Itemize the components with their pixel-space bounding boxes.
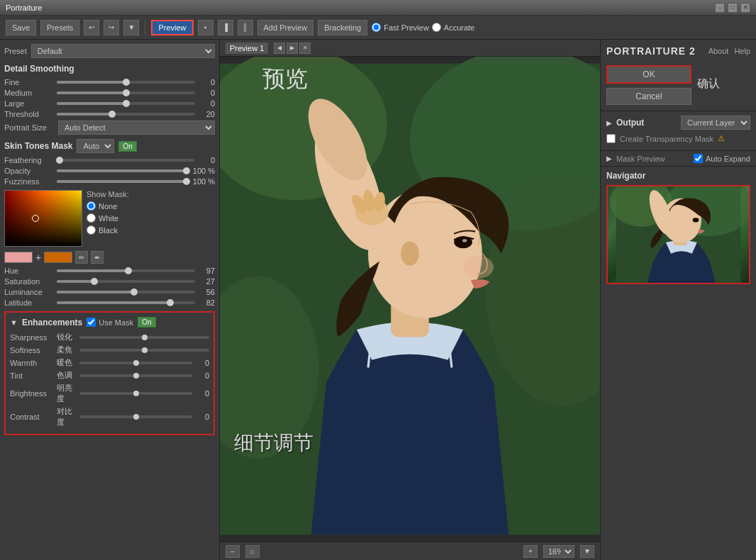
large-slider-track [57,102,195,105]
preview-header: Preview 1 ◀ ▶ ✕ [220,40,600,57]
contrast-slider-thumb[interactable] [133,414,139,420]
svg-point-14 [463,256,494,279]
output-collapse-icon[interactable]: ▶ [606,119,612,127]
auto-expand-check[interactable]: Auto Expand [694,154,750,163]
medium-slider-thumb[interactable] [123,89,130,96]
redo-button[interactable]: ↪ [104,20,119,35]
saturation-slider-track [57,280,195,283]
swatch-pink[interactable] [4,252,33,263]
skin-tones-on-badge[interactable]: On [118,141,136,152]
sharpness-slider-thumb[interactable] [142,335,148,340]
auto-expand-checkbox[interactable] [694,154,703,163]
feathering-slider-thumb[interactable] [56,157,63,164]
output-select[interactable]: Current Layer [681,116,750,130]
about-link[interactable]: About [708,47,729,55]
show-mask-white-row[interactable]: White [87,213,129,223]
close-preview-button[interactable]: ✕ [299,43,311,54]
large-slider-thumb[interactable] [123,100,130,107]
maximize-button[interactable]: □ [728,3,738,13]
bracketing-button[interactable]: Bracketing [318,20,367,35]
brightness-slider-thumb[interactable] [133,391,139,396]
eyedropper-button[interactable]: ✏ [75,251,88,264]
latitude-slider-thumb[interactable] [167,299,174,306]
dropdown-button[interactable]: ▼ [123,20,139,35]
side-by-side-button[interactable]: ▐ [218,20,233,35]
cancel-button[interactable]: Cancel [606,88,691,105]
hue-slider-thumb[interactable] [125,267,132,274]
zoom-in-button[interactable]: + [523,545,538,558]
output-section: ▶ Output Current Layer Create Transparen… [601,111,756,151]
show-mask-black-row[interactable]: Black [87,225,129,235]
minimize-button[interactable]: – [715,3,725,13]
use-mask-label: Use Mask [99,318,133,327]
navigator-thumb[interactable] [606,185,750,284]
help-link[interactable]: Help [734,47,750,55]
split-view-button[interactable]: ▪ [198,20,213,35]
large-slider-fill [57,102,126,105]
preview-button[interactable]: Preview [151,20,193,35]
threshold-value: 20 [198,110,215,118]
zoom-select[interactable]: 16% [543,545,574,558]
output-title: Output [616,118,644,128]
fast-preview-radio[interactable] [372,23,381,32]
add-preview-button[interactable]: Add Preview [257,20,314,35]
left-panel: Preset Default Detail Smoothing Fine 0 M… [0,40,220,560]
undo-button[interactable]: ↩ [84,20,99,35]
create-mask-row: Create Transparency Mask ⚠ [606,134,750,143]
preview-quality-group: Fast Preview Accurate [372,23,474,32]
zoom-out-button[interactable]: – [226,545,240,558]
tint-slider-thumb[interactable] [133,373,139,379]
show-mask-none-row[interactable]: None [87,201,129,211]
navigator-title: Navigator [606,171,750,181]
show-mask-black-radio[interactable] [87,225,96,235]
create-mask-label: Create Transparency Mask [620,135,713,143]
enhancements-section: ▼ Enhancements Use Mask On Sharpness 锐化 … [4,311,215,435]
show-mask-none-radio[interactable] [87,201,96,211]
mask-preview-icon[interactable]: ▶ [606,155,612,162]
ok-button[interactable]: OK [606,65,691,84]
luminance-slider-fill [57,291,134,293]
color-gradient[interactable] [4,190,82,247]
feathering-label: Feathering [4,156,54,164]
color-crosshair [32,215,39,222]
fine-slider-thumb[interactable] [123,79,130,86]
skin-tones-auto-select[interactable]: Auto [77,139,114,153]
enhancements-header: ▼ Enhancements Use Mask On [10,317,209,327]
next-button[interactable]: ▶ [287,43,298,54]
portrait-size-select[interactable]: Auto Detect [58,121,215,135]
fit-button[interactable]: ⌂ [245,545,260,558]
warmth-slider-thumb[interactable] [133,360,139,366]
brightness-label: Brightness [10,389,54,398]
close-button[interactable]: ✕ [740,3,750,13]
eyedropper2-button[interactable]: ✒ [91,251,104,264]
title-bar: Portraiture – □ ✕ [0,0,756,16]
save-button[interactable]: Save [6,20,36,35]
softness-row: Softness 柔焦 [10,345,209,355]
show-mask-white-radio[interactable] [87,213,96,223]
threshold-slider-thumb[interactable] [109,111,116,118]
swatch-orange[interactable] [44,252,72,263]
threshold-slider-fill [57,113,112,116]
luminance-slider-thumb[interactable] [130,289,138,296]
zoom-dropdown-button[interactable]: ▼ [580,545,594,558]
preview-tab-1[interactable]: Preview 1 [226,43,268,54]
preset-select[interactable]: Default [31,44,215,58]
window-controls: – □ ✕ [715,3,750,13]
prev-button[interactable]: ◀ [274,43,285,54]
use-mask-check[interactable]: Use Mask [87,318,133,327]
presets-button[interactable]: Presets [40,20,79,35]
preset-label: Preset [4,47,27,55]
enhancements-on-badge[interactable]: On [138,317,155,327]
use-mask-checkbox[interactable] [87,318,96,327]
separator [145,21,145,35]
saturation-slider-thumb[interactable] [91,278,98,285]
softness-slider-thumb[interactable] [142,347,148,353]
fuzziness-slider-thumb[interactable] [183,178,190,185]
opacity-slider-thumb[interactable] [183,167,190,174]
accurate-radio[interactable] [432,23,441,32]
create-mask-checkbox[interactable] [606,134,616,143]
vertical-split-button[interactable]: ║ [238,20,253,35]
contrast-label: Contrast [10,413,54,421]
app-title: Portraiture [6,4,42,12]
warmth-value: 0 [195,359,209,367]
